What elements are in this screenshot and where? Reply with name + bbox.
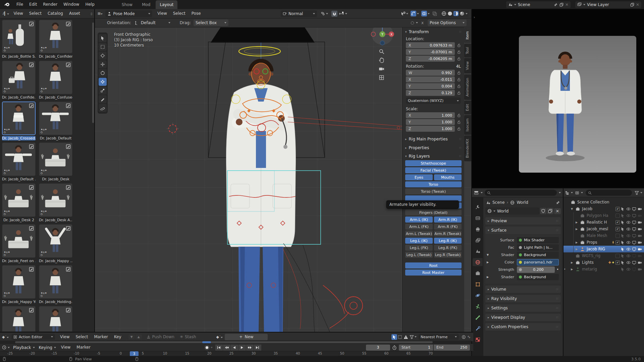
properties-tab-object[interactable] bbox=[473, 280, 483, 288]
keying-menu[interactable]: Keying bbox=[37, 345, 58, 351]
checkbox[interactable]: ✓ bbox=[615, 207, 620, 211]
outliner-row-jacob[interactable]: ▼Jacob✓ bbox=[564, 205, 644, 212]
n-panel-tab-item[interactable]: Item bbox=[464, 28, 471, 43]
expand-icon[interactable]: ▶ bbox=[576, 228, 580, 231]
asset-item[interactable]: ✦▫✦◇Dr. Jacob_Happy ... bbox=[39, 224, 72, 263]
breadcrumb-world[interactable]: World bbox=[517, 200, 528, 205]
rig-layer-button[interactable]: Leg.R (IK) bbox=[434, 238, 462, 244]
camera-toggle-icon[interactable] bbox=[637, 254, 643, 258]
cursor-toggle-icon[interactable] bbox=[620, 247, 626, 251]
asset-item[interactable]: ✦▫✦◇Dr. Jacob_Default bbox=[39, 102, 72, 140]
scale-tool[interactable] bbox=[99, 86, 107, 95]
rotation-mode-selector[interactable]: Quaternion (WXYZ) bbox=[406, 98, 461, 104]
asset-thumbnail[interactable]: ✦▫✦◇ bbox=[39, 20, 72, 53]
timeline-view-menu[interactable]: View bbox=[58, 344, 73, 351]
asset-item[interactable]: ✦▫✦◇Dr. Jacob_Desk A... bbox=[39, 183, 72, 222]
new-action-button[interactable]: + New bbox=[225, 334, 268, 340]
eye-toggle-icon[interactable] bbox=[626, 220, 631, 225]
viewport-preview[interactable]: › bbox=[472, 9, 644, 188]
rig-layer-button[interactable]: Mouths bbox=[434, 174, 462, 180]
asset-name[interactable]: Dr. Jacob_Default ... bbox=[2, 177, 36, 181]
use-preview-range-icon[interactable] bbox=[392, 345, 397, 350]
select-tweak-icon[interactable] bbox=[391, 334, 397, 340]
asset-item[interactable]: ✦▫✦◇Dr. Jacob_Desk bbox=[39, 142, 72, 181]
rig-layer-button[interactable]: Arm.R (Tweak) bbox=[434, 231, 462, 237]
dope-scrollbar[interactable] bbox=[0, 341, 471, 344]
current-frame-field[interactable]: 3 bbox=[366, 345, 390, 351]
properties-tab-physics[interactable] bbox=[473, 291, 483, 299]
xray-toggle-icon[interactable] bbox=[432, 11, 437, 16]
outliner-row-scene-collection[interactable]: Scene Collection bbox=[564, 199, 644, 205]
asset-name[interactable]: Dr. Jacob_Desk bbox=[39, 177, 72, 181]
n-panel-tab-edit[interactable]: Edit bbox=[464, 101, 471, 114]
asset-thumbnail[interactable]: ✦▫✦◇ bbox=[2, 306, 36, 331]
cursor-toggle-icon[interactable] bbox=[620, 267, 626, 272]
mode-selector[interactable]: Pose Mode bbox=[105, 10, 152, 17]
lock-icon[interactable] bbox=[457, 91, 461, 95]
asset-name[interactable]: Dr. Jacob_Crossed... bbox=[2, 136, 36, 140]
n-panel-tab-animation[interactable]: Animation bbox=[464, 74, 471, 100]
workspace-tab-mod[interactable]: Mod bbox=[138, 0, 154, 9]
outliner-row-realistic-h[interactable]: ▶Realistic H✓ bbox=[564, 219, 644, 226]
rig-layer-button[interactable]: Arm.L (FK) bbox=[405, 224, 433, 230]
rotate-tool[interactable] bbox=[99, 69, 107, 77]
asset-name[interactable]: Dr. Jacob_Confide... bbox=[2, 95, 36, 100]
push-down-button[interactable]: Push Down bbox=[147, 335, 174, 339]
rig-layer-button[interactable]: Arm.R (FK) bbox=[434, 224, 462, 230]
workspace-tab-show[interactable]: Show bbox=[118, 0, 137, 9]
asset-scrollbar[interactable] bbox=[92, 22, 94, 123]
rig-layer-button[interactable]: Fingers (Detail) bbox=[405, 209, 462, 216]
camera-view-icon[interactable] bbox=[379, 66, 384, 72]
edit-asset-icon[interactable] bbox=[29, 21, 34, 26]
camera-toggle-icon[interactable] bbox=[637, 260, 643, 265]
edit-asset-icon[interactable] bbox=[29, 144, 34, 149]
frame-end-field[interactable]: End 250 bbox=[434, 345, 470, 351]
move-up-icon[interactable]: ▲ bbox=[136, 335, 142, 339]
properties-tab-scene[interactable] bbox=[473, 247, 483, 255]
asset-name[interactable]: Dr. Jacob_Desk A... bbox=[39, 218, 72, 222]
properties-tab-collection[interactable] bbox=[473, 269, 483, 277]
asset-thumbnail[interactable]: ✦▫✦◇ bbox=[39, 61, 72, 94]
asset-thumbnail[interactable]: ✦▫✦◇ bbox=[2, 142, 36, 176]
asset-item[interactable]: ✦▫✦◇Dr. Jacob_Happy Yes bbox=[2, 265, 36, 304]
asset-thumbnail[interactable]: ✦▫✦◇ bbox=[39, 224, 72, 258]
asset-thumbnail[interactable]: ✦▫✦◇ bbox=[39, 142, 72, 176]
asset-name[interactable]: Dr. Jacob_Confused bbox=[39, 95, 72, 100]
expander-icon[interactable]: ▼ bbox=[485, 253, 490, 256]
asset-menu-catalog[interactable]: Catalog bbox=[45, 9, 66, 18]
dope-menu-select[interactable]: Select bbox=[72, 333, 91, 342]
shading-rendered-icon[interactable] bbox=[460, 11, 465, 16]
eye-toggle-icon[interactable] bbox=[626, 234, 631, 238]
panel-volume[interactable]: ▸Volume∷ bbox=[485, 286, 561, 293]
unlink-icon[interactable]: ✕ bbox=[554, 208, 561, 214]
property-value-field[interactable]: Background bbox=[517, 252, 559, 258]
rig-layer-button[interactable]: Root bbox=[405, 262, 462, 268]
play-reverse-button[interactable] bbox=[231, 345, 238, 351]
workspace-tab-layout[interactable]: Layout bbox=[156, 0, 177, 9]
camera-toggle-icon[interactable] bbox=[637, 240, 643, 245]
close-icon[interactable]: ✕ bbox=[636, 2, 639, 7]
rig-layer-button[interactable]: Torso (Tweak) bbox=[405, 188, 462, 194]
rig-layer-button[interactable]: Root Master bbox=[405, 269, 462, 276]
cursor-toggle-icon[interactable] bbox=[620, 207, 626, 211]
screen-toggle-icon[interactable] bbox=[631, 267, 637, 272]
properties-tab-bone[interactable] bbox=[473, 313, 483, 321]
editor-type-icon[interactable] bbox=[474, 190, 479, 195]
orientation-selector[interactable]: Default bbox=[139, 19, 172, 26]
checkbox[interactable]: ✓ bbox=[615, 227, 620, 231]
screen-toggle-icon[interactable] bbox=[631, 227, 637, 231]
rig-layer-button[interactable]: Leg.L (IK) bbox=[405, 238, 433, 244]
menu-file[interactable]: File bbox=[13, 0, 26, 9]
asset-thumbnail[interactable]: ✦▫✦◇ bbox=[2, 265, 36, 299]
lock-icon[interactable] bbox=[457, 77, 461, 81]
outliner-row-metarig[interactable]: •▶metarig bbox=[564, 266, 644, 273]
camera-toggle-icon[interactable] bbox=[637, 220, 643, 225]
properties-tab-output[interactable] bbox=[473, 225, 483, 233]
menu-edit[interactable]: Edit bbox=[26, 0, 40, 9]
asset-name[interactable]: Dr. Jacob_Happy ... bbox=[39, 259, 72, 263]
edit-asset-icon[interactable] bbox=[29, 62, 34, 67]
cursor-toggle-icon[interactable] bbox=[620, 220, 626, 225]
move-down-icon[interactable]: ▼ bbox=[128, 335, 135, 339]
asset-item[interactable]: ✦▫✦◇Dr. Jacob_Desk 2 bbox=[2, 183, 36, 222]
measure-tool[interactable] bbox=[99, 104, 107, 112]
